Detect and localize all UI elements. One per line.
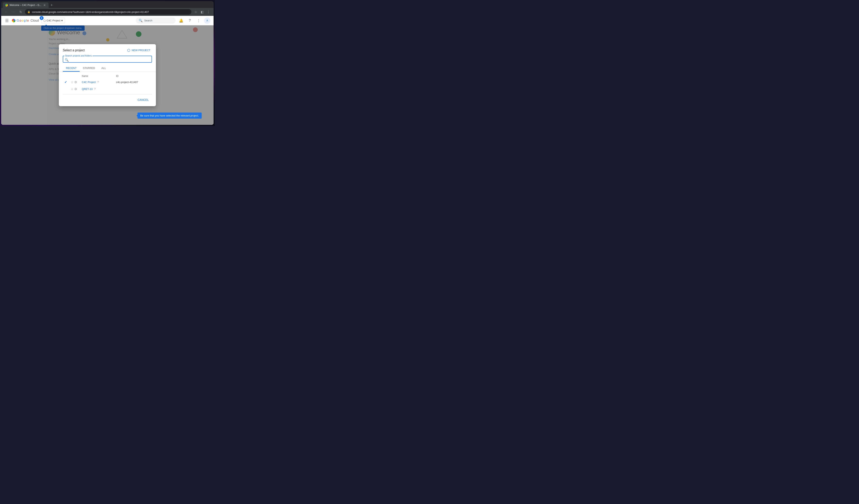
logo-g: G xyxy=(17,19,19,22)
cancel-button[interactable]: CANCEL xyxy=(134,97,152,103)
row-icons: ☆ ⚙ xyxy=(71,80,82,84)
profile-button[interactable]: ◧ xyxy=(199,9,205,15)
project-id-cell: c4c-project-411407 xyxy=(116,81,150,83)
new-tab-button[interactable]: + xyxy=(49,3,54,7)
lock-icon: 🔒 xyxy=(27,11,30,13)
hamburger-button[interactable]: ☰ xyxy=(4,17,10,24)
projects-table: Name ID ✓ ☆ xyxy=(59,72,156,94)
col-id-header: ID xyxy=(116,75,150,77)
help-icon[interactable]: ? xyxy=(97,80,99,83)
content-area: ☰ Google Cloud 1 ⬡ C4C Project ▾ Click o… xyxy=(1,16,214,125)
tab-all[interactable]: ALL xyxy=(98,65,109,72)
help-icon-button[interactable]: ? xyxy=(186,17,193,24)
new-project-icon: ⬡ xyxy=(127,48,130,52)
tab-favicon xyxy=(5,4,8,6)
browser-window: Welcome – C4C Project – G... ✕ + ← → ↻ 🔒… xyxy=(1,1,214,125)
id-column-header: ID xyxy=(116,75,119,77)
search-field-label: Search projects and folders xyxy=(64,55,92,57)
settings-cog-icon[interactable]: ⚙ xyxy=(74,87,77,91)
project-dropdown-wrapper: 1 ⬡ C4C Project ▾ Click on the project d… xyxy=(41,18,65,24)
search-label: Search xyxy=(144,19,152,22)
table-header: Name ID xyxy=(63,73,152,79)
navigation-bar: ← → ↻ 🔒 console.cloud.google.com/welcome… xyxy=(1,8,214,16)
refresh-button[interactable]: ↻ xyxy=(18,9,24,15)
dialog-tabs-bar: RECENT STARRED ALL xyxy=(59,65,156,72)
search-field-wrapper: Search projects and folders 🔍 xyxy=(59,56,156,65)
bookmark-button[interactable]: ☆ xyxy=(193,9,198,15)
url-text: console.cloud.google.com/welcome?authuse… xyxy=(32,11,189,14)
step-badge: 1 xyxy=(40,16,44,20)
col-name-header: Name xyxy=(82,75,116,77)
forward-button[interactable]: → xyxy=(11,9,16,15)
selected-check-icon: ✓ xyxy=(64,80,71,84)
col-check-header xyxy=(64,75,71,77)
gcloud-logo-text: Google Cloud xyxy=(17,19,39,22)
star-icon[interactable]: ☆ xyxy=(71,87,74,91)
logo-e: e xyxy=(27,19,29,22)
tab-close-button[interactable]: ✕ xyxy=(43,3,46,7)
project-name-cell: QRET-13 ? xyxy=(82,87,116,91)
table-row[interactable]: ☆ ⚙ QRET-13 ? xyxy=(63,86,152,92)
table-row[interactable]: ✓ ☆ ⚙ C4C Project ? c4c-project-411407 xyxy=(63,79,152,86)
back-button[interactable]: ← xyxy=(3,9,9,15)
logo-o2: o xyxy=(21,19,24,22)
new-project-button[interactable]: ⬡ NEW PROJECT xyxy=(125,47,152,53)
c4c-project-link[interactable]: C4C Project xyxy=(82,81,96,83)
active-tab[interactable]: Welcome – C4C Project – G... ✕ xyxy=(3,2,48,8)
address-bar[interactable]: 🔒 console.cloud.google.com/welcome?authu… xyxy=(25,9,191,15)
gcloud-header: ☰ Google Cloud 1 ⬡ C4C Project ▾ Click o… xyxy=(1,16,214,25)
search-field-icon: 🔍 xyxy=(65,58,69,62)
cloud-favicon-icon xyxy=(5,4,8,6)
tab-starred[interactable]: STARRED xyxy=(80,65,98,72)
account-avatar[interactable]: A xyxy=(204,17,210,24)
google-logo-icon xyxy=(12,19,15,22)
dropdown-arrow-icon: ▾ xyxy=(61,19,63,22)
dialog-footer: CANCEL xyxy=(59,94,156,106)
select-project-dialog: Select a project ⬡ NEW PROJECT Search pr… xyxy=(59,44,156,106)
project-name-cell: C4C Project ? xyxy=(82,80,116,83)
avatar-initials: A xyxy=(207,19,208,22)
settings-icon-button[interactable]: ⋮ xyxy=(195,17,202,24)
logo-o1: o xyxy=(19,19,21,22)
project-icon: ⬡ xyxy=(43,19,46,22)
name-column-header: Name xyxy=(82,75,88,77)
col-icons-header xyxy=(71,75,82,77)
tab-recent[interactable]: RECENT xyxy=(63,65,80,72)
star-icon[interactable]: ☆ xyxy=(71,80,74,84)
modal-overlay: Select a project ⬡ NEW PROJECT Search pr… xyxy=(1,25,214,125)
right-side-tooltip: Be sure that you have selected the relev… xyxy=(137,112,202,119)
gcloud-logo: Google Cloud xyxy=(12,19,39,22)
project-name-label: C4C Project xyxy=(47,19,60,22)
help-icon[interactable]: ? xyxy=(94,87,96,91)
dialog-title: Select a project xyxy=(63,48,85,52)
tab-title: Welcome – C4C Project – G... xyxy=(10,4,41,6)
tab-bar: Welcome – C4C Project – G... ✕ + xyxy=(1,1,214,8)
settings-cog-icon[interactable]: ⚙ xyxy=(74,80,77,84)
dialog-header: Select a project ⬡ NEW PROJECT xyxy=(59,44,156,56)
new-project-label: NEW PROJECT xyxy=(132,49,150,52)
more-button[interactable]: ⋮ xyxy=(206,9,211,15)
logo-g2: g xyxy=(24,19,26,22)
qret13-project-link[interactable]: QRET-13 xyxy=(82,88,92,91)
search-icon: 🔍 xyxy=(139,19,142,22)
logo-l: l xyxy=(26,19,27,22)
logo-cloud: Cloud xyxy=(31,19,39,22)
nav-actions: ☆ ◧ ⋮ xyxy=(193,9,211,15)
row-icons: ☆ ⚙ xyxy=(71,87,82,91)
header-search-bar[interactable]: 🔍 Search xyxy=(136,17,176,24)
page-background: Welcome You're working in... Project num… xyxy=(1,25,214,125)
project-dropdown-button[interactable]: ⬡ C4C Project ▾ xyxy=(41,18,65,24)
notifications-icon-button[interactable]: 🔔 xyxy=(178,17,184,24)
